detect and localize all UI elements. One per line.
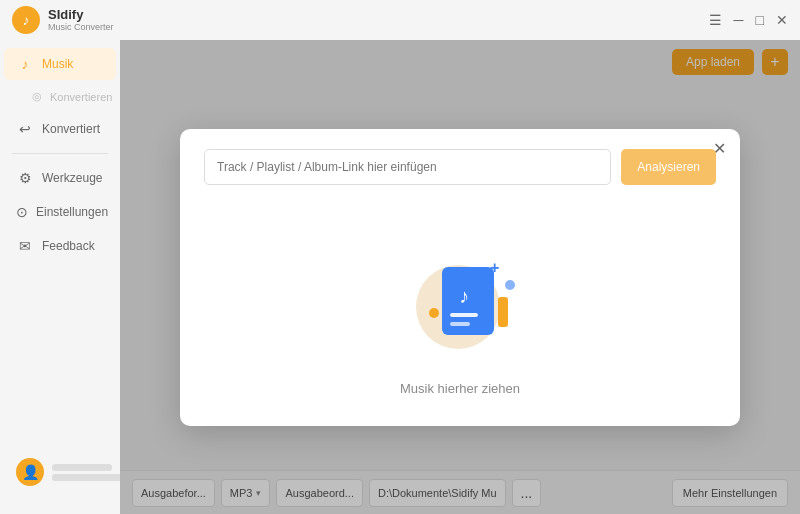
feedback-icon: ✉ — [16, 238, 34, 254]
sidebar-einstellungen-label: Einstellungen — [36, 205, 108, 219]
title-bar-controls: ☰ ─ □ ✕ — [709, 12, 788, 28]
user-info — [52, 464, 122, 481]
track-link-input[interactable] — [204, 149, 611, 185]
svg-point-6 — [429, 308, 439, 318]
werkzeuge-icon: ⚙ — [16, 170, 34, 186]
konvertiert-icon: ↩ — [16, 121, 34, 137]
sidebar-item-konvertiert[interactable]: ↩ Konvertiert — [4, 113, 116, 145]
sidebar-divider — [12, 153, 108, 154]
sidebar: ♪ Musik ◎ Konvertieren ↩ Konvertiert ⚙ W… — [0, 40, 120, 514]
svg-rect-5 — [498, 297, 508, 327]
close-icon[interactable]: ✕ — [776, 12, 788, 28]
main-layout: ♪ Musik ◎ Konvertieren ↩ Konvertiert ⚙ W… — [0, 40, 800, 514]
sidebar-werkzeuge-label: Werkzeuge — [42, 171, 102, 185]
maximize-icon[interactable]: □ — [756, 12, 764, 28]
app-subtitle: Music Converter — [48, 22, 114, 33]
app-name: SIdify — [48, 7, 114, 23]
sidebar-item-einstellungen[interactable]: ⊙ Einstellungen — [4, 196, 116, 228]
sidebar-bottom: 👤 — [0, 446, 120, 506]
svg-rect-2 — [450, 313, 478, 317]
avatar-icon: 👤 — [22, 464, 39, 480]
menu-icon[interactable]: ☰ — [709, 12, 722, 28]
modal-overlay: ✕ Analysieren — [120, 40, 800, 514]
user-name-bar — [52, 464, 112, 471]
sidebar-konvertieren-label: Konvertieren — [50, 91, 112, 103]
konvertieren-icon: ◎ — [32, 90, 42, 103]
sidebar-konvertiert-label: Konvertiert — [42, 122, 100, 136]
minimize-icon[interactable]: ─ — [734, 12, 744, 28]
music-illustration: ♪ + — [390, 225, 530, 365]
drop-illustration: ♪ + Musik hierher ziehen — [390, 225, 530, 396]
modal: ✕ Analysieren — [180, 129, 740, 426]
parse-button[interactable]: Analysieren — [621, 149, 716, 185]
sidebar-item-werkzeuge[interactable]: ⚙ Werkzeuge — [4, 162, 116, 194]
sidebar-item-musik[interactable]: ♪ Musik — [4, 48, 116, 80]
svg-text:+: + — [490, 259, 499, 276]
app-title-text: SIdify Music Converter — [48, 7, 114, 33]
einstellungen-icon: ⊙ — [16, 204, 28, 220]
svg-rect-3 — [450, 322, 470, 326]
app-window: ♪ SIdify Music Converter ☰ ─ □ ✕ ♪ Musik… — [0, 0, 800, 514]
sidebar-item-feedback[interactable]: ✉ Feedback — [4, 230, 116, 262]
content-area: App laden + Ausgabefor... MP3 ▾ Ausgabeo… — [120, 40, 800, 514]
user-avatar[interactable]: 👤 — [4, 450, 116, 494]
title-bar-left: ♪ SIdify Music Converter — [12, 6, 114, 34]
svg-point-7 — [505, 280, 515, 290]
sidebar-feedback-label: Feedback — [42, 239, 95, 253]
avatar-circle: 👤 — [16, 458, 44, 486]
sidebar-item-konvertieren[interactable]: ◎ Konvertieren — [4, 82, 116, 111]
sidebar-musik-label: Musik — [42, 57, 73, 71]
user-email-bar — [52, 474, 122, 481]
svg-text:♪: ♪ — [459, 285, 469, 307]
title-bar: ♪ SIdify Music Converter ☰ ─ □ ✕ — [0, 0, 800, 40]
musik-icon: ♪ — [16, 56, 34, 72]
app-logo: ♪ — [12, 6, 40, 34]
drop-text: Musik hierher ziehen — [400, 381, 520, 396]
logo-icon: ♪ — [23, 12, 30, 28]
modal-input-row: Analysieren — [204, 149, 716, 185]
